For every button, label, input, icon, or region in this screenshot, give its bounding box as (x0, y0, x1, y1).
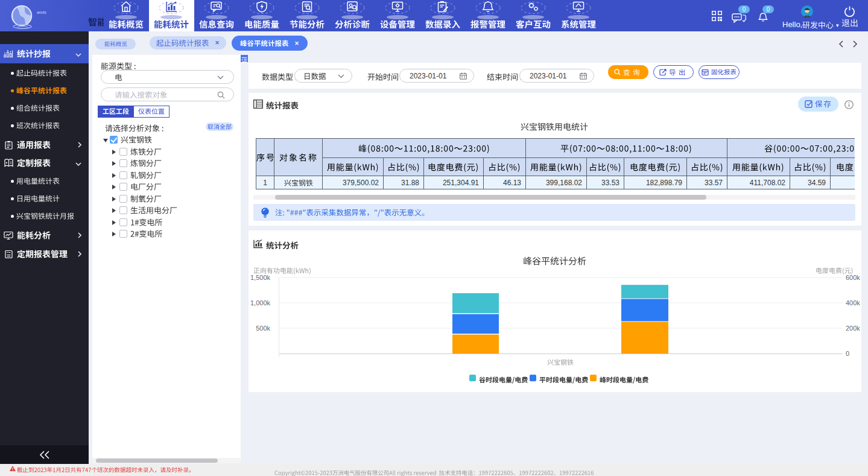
svg-text:1,500k: 1,500k (250, 274, 271, 281)
svg-text:200k: 200k (846, 325, 860, 332)
svg-text:1,000k: 1,000k (250, 299, 271, 306)
svg-text:0: 0 (846, 350, 849, 357)
svg-text:400k: 400k (846, 299, 860, 306)
svg-text:600k: 600k (846, 274, 860, 281)
svg-text:500k: 500k (256, 325, 270, 332)
